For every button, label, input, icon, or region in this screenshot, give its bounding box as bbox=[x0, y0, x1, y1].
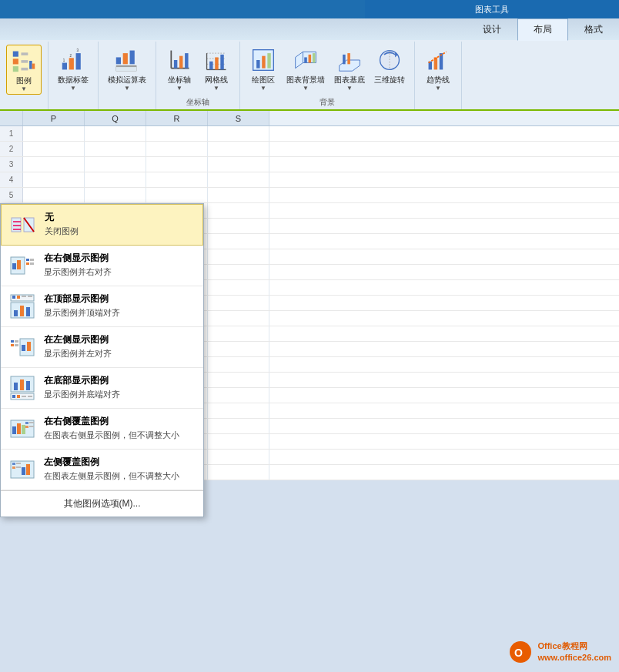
cell[interactable] bbox=[23, 188, 85, 202]
cell[interactable] bbox=[146, 188, 208, 202]
table-row[interactable]: 5 bbox=[0, 188, 619, 203]
chart-wall-button[interactable]: 图表背景墙 ▼ bbox=[283, 45, 328, 93]
ribbon-tabs: 设计 布局 格式 bbox=[0, 18, 619, 40]
tab-format[interactable]: 格式 bbox=[568, 18, 619, 40]
svg-rect-75 bbox=[27, 342, 31, 351]
cell[interactable] bbox=[208, 296, 269, 310]
cell[interactable] bbox=[208, 234, 269, 249]
plot-area-dropdown-arrow[interactable]: ▼ bbox=[260, 85, 266, 92]
cell[interactable] bbox=[208, 188, 269, 202]
legend-group-items: 图例 ▼ bbox=[6, 45, 42, 105]
gridlines-button[interactable]: 网格线 ▼ bbox=[199, 45, 233, 93]
chart-wall-dropdown-arrow[interactable]: ▼ bbox=[303, 85, 309, 92]
cell[interactable] bbox=[208, 465, 269, 480]
svg-rect-74 bbox=[22, 345, 25, 351]
data-table-icon bbox=[113, 46, 141, 74]
cell[interactable] bbox=[208, 172, 269, 187]
table-row[interactable]: 2 bbox=[0, 142, 619, 157]
data-labels-button[interactable]: 1 2 3 数据标签 ▼ bbox=[55, 45, 92, 93]
cell[interactable] bbox=[85, 126, 146, 141]
dropdown-right-icon bbox=[8, 252, 36, 279]
cell[interactable] bbox=[85, 157, 146, 172]
legend-dropdown-arrow[interactable]: ▼ bbox=[21, 85, 27, 92]
plot-area-button[interactable]: 绘图区 ▼ bbox=[246, 45, 280, 93]
table-row[interactable]: 1 bbox=[0, 126, 619, 142]
cell[interactable] bbox=[208, 403, 269, 418]
cell[interactable] bbox=[146, 142, 208, 156]
cell[interactable] bbox=[23, 126, 85, 141]
data-table-dropdown-arrow[interactable]: ▼ bbox=[124, 85, 130, 92]
cell[interactable] bbox=[208, 157, 269, 172]
tab-design[interactable]: 设计 bbox=[467, 18, 517, 40]
cell[interactable] bbox=[208, 219, 269, 233]
cell[interactable] bbox=[208, 280, 269, 295]
dropdown-item-none[interactable]: 无 关闭图例 bbox=[1, 204, 203, 246]
gridlines-button-label: 网格线 bbox=[205, 75, 228, 85]
legend-button[interactable]: 图例 ▼ bbox=[6, 45, 42, 95]
chart-floor-dropdown-arrow[interactable]: ▼ bbox=[346, 85, 353, 92]
dropdown-none-icon bbox=[9, 211, 37, 239]
dropdown-item-right[interactable]: 在右侧显示图例 显示图例并右对齐 bbox=[1, 246, 203, 286]
cell[interactable] bbox=[208, 311, 269, 326]
data-labels-dropdown-arrow[interactable]: ▼ bbox=[70, 85, 76, 92]
table-row[interactable]: 4 bbox=[0, 172, 619, 188]
dropdown-footer[interactable]: 其他图例选项(M)... bbox=[1, 490, 203, 517]
chart-tools-area: 图表工具 bbox=[365, 0, 619, 18]
table-row[interactable]: 3 bbox=[0, 157, 619, 172]
dropdown-left-icon bbox=[8, 333, 36, 361]
cell[interactable] bbox=[23, 157, 85, 172]
cell[interactable] bbox=[208, 450, 269, 464]
cell[interactable] bbox=[146, 172, 208, 187]
legend-dropdown-menu: 无 关闭图例 在右侧显示图例 显示图例并右对齐 bbox=[0, 203, 204, 517]
dropdown-item-overlay-left[interactable]: 左侧覆盖图例 在图表左侧显示图例，但不调整大小 bbox=[1, 450, 203, 490]
dropdown-item-top[interactable]: 在顶部显示图例 显示图例并顶端对齐 bbox=[1, 286, 203, 327]
cell[interactable] bbox=[208, 342, 269, 356]
cell[interactable] bbox=[23, 142, 85, 156]
dropdown-item-bottom[interactable]: 在底部显示图例 显示图例并底端对齐 bbox=[1, 368, 203, 409]
ribbon-group-data-table: 模拟运算表 ▼ bbox=[99, 42, 156, 109]
axes-button[interactable]: 坐标轴 ▼ bbox=[162, 45, 196, 93]
cell[interactable] bbox=[85, 188, 146, 202]
cell[interactable] bbox=[208, 265, 269, 279]
cell[interactable] bbox=[208, 373, 269, 387]
cell[interactable] bbox=[208, 203, 269, 218]
tab-layout[interactable]: 布局 bbox=[517, 18, 568, 41]
svg-rect-38 bbox=[304, 57, 307, 62]
column-headers: P Q R S bbox=[0, 111, 619, 126]
svg-rect-70 bbox=[14, 310, 18, 316]
svg-rect-18 bbox=[116, 67, 137, 71]
col-header-q: Q bbox=[85, 111, 146, 125]
svg-rect-14 bbox=[116, 57, 121, 64]
cell[interactable] bbox=[208, 434, 269, 449]
cell[interactable] bbox=[208, 326, 269, 341]
cell[interactable] bbox=[23, 172, 85, 187]
data-table-button[interactable]: 模拟运算表 ▼ bbox=[105, 45, 149, 93]
cell[interactable] bbox=[146, 126, 208, 141]
cell[interactable] bbox=[208, 126, 269, 141]
dropdown-bottom-icon bbox=[8, 374, 36, 402]
cell[interactable] bbox=[208, 388, 269, 403]
svg-rect-63 bbox=[30, 262, 34, 265]
trend-dropdown-arrow[interactable]: ▼ bbox=[435, 85, 441, 92]
axes-dropdown-arrow[interactable]: ▼ bbox=[176, 85, 182, 92]
svg-rect-10 bbox=[76, 53, 81, 69]
cell[interactable] bbox=[208, 357, 269, 372]
chart-floor-button[interactable]: 图表基底 ▼ bbox=[331, 45, 368, 93]
cell[interactable] bbox=[208, 249, 269, 264]
cell[interactable] bbox=[208, 142, 269, 156]
svg-rect-72 bbox=[26, 307, 30, 316]
dropdown-item-overlay-right[interactable]: 在右侧覆盖图例 在图表右侧显示图例，但不调整大小 bbox=[1, 409, 203, 450]
row-number: 3 bbox=[0, 157, 23, 172]
svg-rect-65 bbox=[12, 296, 15, 299]
ribbon-group-background: 绘图区 ▼ 图表背景墙 ▼ bbox=[240, 42, 415, 109]
cell[interactable] bbox=[208, 419, 269, 433]
dropdown-item-left[interactable]: 在左侧显示图例 显示图例并左对齐 bbox=[1, 327, 203, 368]
cell[interactable] bbox=[85, 142, 146, 156]
gridlines-dropdown-arrow[interactable]: ▼ bbox=[213, 85, 219, 92]
svg-rect-5 bbox=[21, 68, 28, 71]
trend-button[interactable]: 趋势线 ▼ bbox=[421, 45, 455, 93]
svg-rect-90 bbox=[12, 426, 16, 434]
cell[interactable] bbox=[146, 157, 208, 172]
cell[interactable] bbox=[85, 172, 146, 187]
3d-rotate-button[interactable]: 三维旋转 bbox=[371, 45, 408, 86]
